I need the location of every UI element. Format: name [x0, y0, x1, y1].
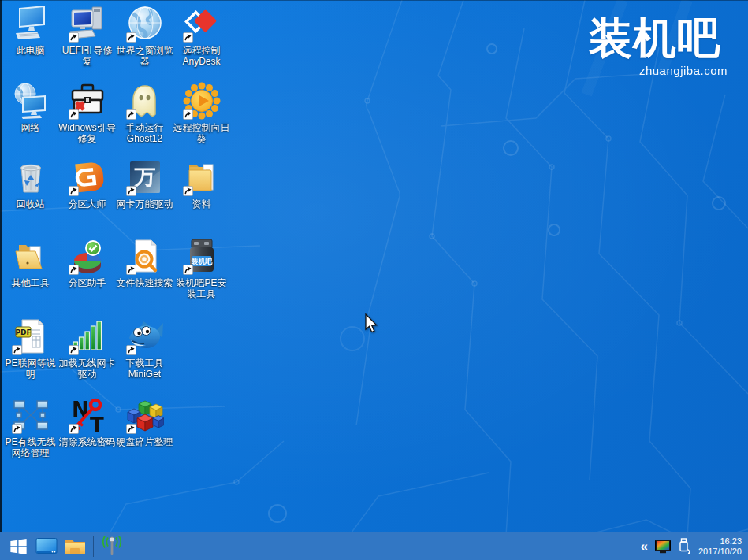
shortcut-arrow-icon [12, 345, 22, 355]
desktop-icon-defrag-blocks[interactable]: 硬盘碎片整理 [116, 396, 173, 447]
desktop-icon-label: 分区助手 [58, 277, 116, 288]
desktop-icon-this-pc[interactable]: 此电脑 [2, 5, 59, 56]
desktop-icon-label: 文件快速搜索 [116, 277, 173, 288]
shortcut-arrow-icon [69, 345, 79, 355]
brand-logo-domain: zhuangjiba.com [568, 64, 742, 77]
clock-time: 16:23 [698, 536, 742, 547]
desktop-icon-label: Widnows引导修复 [58, 122, 116, 144]
desktop-icon-label: 世界之窗浏览器 [116, 45, 173, 67]
antenna-signal-icon [100, 536, 124, 557]
desktop-icon-toolbox-repair[interactable]: Widnows引导修复 [58, 82, 116, 144]
shortcut-arrow-icon [126, 109, 136, 120]
desktop-icon-label: 其他工具 [2, 277, 59, 288]
desktop-icon-label: PE联网等说明 [2, 358, 59, 380]
desktop-icon-nt-password-key[interactable]: NT清除系统密码 [58, 396, 116, 447]
brand-logo: 装机吧 zhuangjiba.com [568, 16, 742, 77]
desktop-icon-zhuangjiba-usb[interactable]: 装机吧装机吧PE安装工具 [173, 237, 230, 299]
desktop-icon-label: 远程控制向日葵 [173, 122, 230, 144]
desktop-icon-folder-docs[interactable]: 资料 [173, 158, 230, 210]
taskbar-show-desktop-button[interactable] [32, 533, 61, 560]
desktop-icon-label: 网络 [2, 122, 59, 133]
windows-logo-icon [9, 537, 28, 556]
svg-text:装机吧: 装机吧 [191, 258, 213, 265]
brand-logo-title: 装机吧 [568, 16, 742, 61]
desktop-icon-network-topology[interactable]: PE有线无线网络管理 [2, 396, 59, 458]
desktop-icon-label: 分区大师 [58, 198, 116, 210]
usb-device-icon [678, 538, 691, 554]
desktop-icon-label: 清除系统密码 [58, 436, 116, 447]
desktop-icon-browser-globe[interactable]: 世界之窗浏览器 [116, 5, 173, 67]
desktop-icon-label: 硬盘碎片整理 [116, 436, 173, 447]
shortcut-arrow-icon [183, 109, 193, 120]
shortcut-arrow-icon [69, 265, 79, 275]
shortcut-arrow-icon [183, 186, 193, 196]
desktop-icon-uefi-repair[interactable]: UEFI引导修复 [58, 5, 116, 67]
desktop-icon-sunflower[interactable]: 远程控制向日葵 [173, 82, 230, 144]
clock-date: 2017/10/20 [698, 547, 742, 557]
shortcut-arrow-icon [126, 424, 136, 434]
shortcut-arrow-icon [126, 32, 136, 43]
shortcut-arrow-icon [183, 265, 193, 275]
tray-usb-button[interactable] [678, 538, 691, 554]
svg-text:T: T [90, 414, 104, 434]
taskbar-clock[interactable]: 16:23 2017/10/20 [698, 536, 742, 557]
taskbar-wireless-network-button[interactable] [98, 533, 126, 560]
desktop-icon-file-search[interactable]: 文件快速搜索 [116, 237, 173, 288]
desktop: 装机吧 zhuangjiba.com 此电脑UEFI引导修复世界之窗浏览器远程控… [0, 0, 748, 560]
this-pc-icon [12, 5, 50, 43]
shortcut-arrow-icon [69, 32, 79, 43]
shortcut-arrow-icon [183, 32, 193, 43]
desktop-icon-wanneng-driver[interactable]: 万网卡万能驱动 [116, 158, 173, 210]
network-icon [12, 82, 50, 120]
tray-expand-button[interactable]: « [640, 540, 647, 553]
desktop-icon-open-folder[interactable]: 其他工具 [2, 237, 59, 288]
desktop-icon-label: 回收站 [2, 198, 59, 210]
taskbar-tray: « [640, 536, 748, 557]
desktop-icon-anydesk[interactable]: 远程控制AnyDesk [173, 5, 230, 67]
shortcut-arrow-icon [69, 109, 79, 120]
folder-icon [64, 537, 86, 555]
desktop-icon-ghost[interactable]: 手动运行Ghost12 [116, 82, 173, 144]
svg-text:万: 万 [133, 165, 155, 189]
desktop-icon-signal-bars[interactable]: 加载无线网卡驱动 [58, 317, 116, 380]
desktop-icon-label: UEFI引导修复 [58, 45, 116, 67]
taskbar-file-explorer-button[interactable] [61, 533, 89, 560]
desktop-icon-diskgenius[interactable]: 分区大师 [58, 158, 116, 210]
desktop-icon-label: 远程控制AnyDesk [173, 45, 230, 67]
screen-top-edge [0, 0, 748, 1]
desktop-icon-label: 此电脑 [2, 45, 59, 56]
recycle-bin-icon [12, 158, 50, 196]
desktop-icon-label: 资料 [173, 198, 230, 210]
shortcut-arrow-icon [12, 424, 22, 434]
shortcut-arrow-icon [126, 186, 136, 196]
desktop-icon-label: 加载无线网卡驱动 [58, 358, 116, 380]
monitor-icon [35, 537, 58, 555]
taskbar-separator [93, 536, 94, 557]
desktop-icon-pdf-doc[interactable]: PDFPE联网等说明 [2, 317, 59, 380]
shortcut-arrow-icon [126, 265, 136, 275]
desktop-icon-label: 装机吧PE安装工具 [173, 277, 230, 299]
desktop-icon-partition-assistant[interactable]: 分区助手 [58, 237, 116, 288]
open-folder-icon [12, 237, 50, 275]
mouse-cursor [364, 313, 379, 334]
desktop-icon-network[interactable]: 网络 [2, 82, 59, 133]
desktop-icon-recycle-bin[interactable]: 回收站 [2, 158, 59, 210]
taskbar: « [0, 532, 748, 560]
shortcut-arrow-icon [69, 424, 79, 434]
color-display-icon [655, 540, 671, 554]
chevron-left-icon: « [640, 540, 647, 553]
svg-text:PDF: PDF [15, 328, 31, 336]
desktop-icon-label: PE有线无线网络管理 [2, 436, 59, 458]
tray-display-button[interactable] [655, 540, 671, 554]
desktop-icon-shark[interactable]: 下载工具MiniGet [116, 317, 173, 380]
svg-text:N: N [72, 398, 89, 421]
desktop-icon-label: 网卡万能驱动 [116, 198, 173, 210]
start-button[interactable] [4, 533, 32, 560]
shortcut-arrow-icon [126, 345, 136, 355]
desktop-icon-label: 下载工具MiniGet [116, 358, 173, 380]
shortcut-arrow-icon [69, 186, 79, 196]
desktop-icon-label: 手动运行Ghost12 [116, 122, 173, 144]
